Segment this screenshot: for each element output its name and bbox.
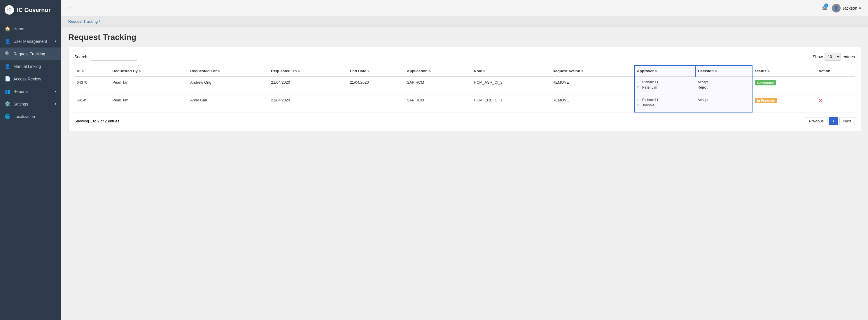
- col-header-action[interactable]: Action: [816, 66, 855, 76]
- nav-icon-manual-linking: 👤: [5, 64, 10, 69]
- mail-button[interactable]: ✉ 1: [822, 5, 827, 12]
- table-footer: Showing 1 to 2 of 2 entries Previous1Nex…: [74, 117, 855, 125]
- sort-icon-requested_by[interactable]: ⇅: [138, 70, 141, 73]
- sidebar-item-home[interactable]: 🏠 Home: [0, 23, 61, 35]
- sidebar-nav: 🏠 Home 👤 User Management ▾ 🔍 Request Tra…: [0, 20, 61, 320]
- approver-item: 2Peter Lim: [637, 86, 693, 90]
- col-label-role: Role: [474, 69, 482, 73]
- sidebar-item-settings[interactable]: ⚙️ Settings ▾: [0, 98, 61, 110]
- sort-icon-requested_for[interactable]: ⇅: [218, 70, 220, 73]
- sort-icon-requested_on[interactable]: ⇅: [298, 70, 300, 73]
- delete-icon[interactable]: ✕: [818, 98, 822, 103]
- col-header-requested_by[interactable]: Requested By⇅: [110, 66, 188, 76]
- search-input[interactable]: [91, 53, 137, 61]
- nav-arrow-user-management: ▾: [55, 39, 57, 43]
- cell-request_action: REMOVE: [550, 76, 634, 94]
- cell-role: HCM_ERC_CI_1: [472, 94, 550, 113]
- breadcrumb-request-tracking[interactable]: Request Tracking: [68, 19, 98, 24]
- table-row: 64145Pearl TanAndy Gan21/04/2020SAP HCMH…: [74, 94, 855, 113]
- hamburger-button[interactable]: ≡: [68, 5, 72, 11]
- sidebar-item-request-tracking[interactable]: 🔍 Request Tracking: [0, 47, 61, 60]
- mail-badge: 1: [824, 3, 828, 7]
- breadcrumb-separator: /: [99, 19, 100, 24]
- sort-icon-id[interactable]: ⇅: [82, 70, 84, 73]
- table-row: 64370Pearl TanAndrew Ong21/04/202021/04/…: [74, 76, 855, 94]
- nav-label-reports: Reports: [13, 89, 28, 94]
- nav-label-manual-linking: Manual Linking: [13, 64, 41, 69]
- search-box: Search:: [74, 53, 137, 61]
- col-header-role[interactable]: Role⇅: [472, 66, 550, 76]
- cell-action[interactable]: ✕: [816, 94, 855, 113]
- cell-request_action: REMOVE: [550, 94, 634, 113]
- cell-id: 64145: [74, 94, 110, 113]
- col-header-request_action[interactable]: Request Action⇅: [550, 66, 634, 76]
- col-label-request_action: Request Action: [552, 69, 580, 73]
- sort-icon-status[interactable]: ⇅: [767, 70, 770, 73]
- nav-arrow-reports: ▾: [55, 90, 57, 93]
- logo-icon: IC: [5, 5, 14, 14]
- showing-entries: Showing 1 to 2 of 2 entries: [74, 119, 119, 123]
- pagination-page-1[interactable]: 1: [829, 117, 838, 125]
- col-header-requested_for[interactable]: Requested For⇅: [188, 66, 269, 76]
- sort-icon-role[interactable]: ⇅: [483, 70, 485, 73]
- cell-requested_by: Pearl Tan: [110, 94, 188, 113]
- col-header-end_date[interactable]: End Date⇅: [347, 66, 405, 76]
- sidebar-item-localization[interactable]: 🌐 Localization: [0, 110, 61, 123]
- cell-application: SAP HCM: [405, 94, 471, 113]
- col-header-status[interactable]: Status⇅: [752, 66, 816, 76]
- decision-item: Accept: [698, 98, 750, 102]
- sidebar-item-reports[interactable]: 👥 Reports ▾: [0, 85, 61, 98]
- sidebar-item-manual-linking[interactable]: 👤 Manual Linking: [0, 60, 61, 72]
- approver-name: Johnnie: [642, 103, 654, 107]
- request-table: ID⇅Requested By⇅Requested For⇅Requested …: [74, 65, 855, 113]
- col-label-requested_for: Requested For: [190, 69, 217, 73]
- status-badge: In Progress: [755, 98, 777, 103]
- cell-approver: 1Richard Li2Johnnie: [634, 94, 695, 113]
- nav-label-request-tracking: Request Tracking: [13, 52, 45, 56]
- approver-item: 2Johnnie: [637, 103, 693, 107]
- sort-icon-application[interactable]: ⇅: [429, 70, 431, 73]
- approver-num: 1: [637, 80, 641, 84]
- cell-end_date: 21/04/2020: [347, 76, 405, 94]
- approver-num: 2: [637, 103, 641, 107]
- nav-arrow-settings: ▾: [55, 102, 57, 106]
- col-label-decision: Decision: [698, 69, 714, 73]
- col-header-requested_on[interactable]: Requested On⇅: [269, 66, 347, 76]
- sort-icon-decision[interactable]: ⇅: [715, 70, 717, 73]
- nav-label-settings: Settings: [13, 102, 28, 106]
- show-entries: Show 102550100 entries: [813, 53, 855, 61]
- cell-requested_on: 21/04/2020: [269, 76, 347, 94]
- pagination-next[interactable]: Next: [839, 117, 855, 125]
- header-row: ID⇅Requested By⇅Requested For⇅Requested …: [74, 66, 855, 76]
- sort-icon-request_action[interactable]: ⇅: [581, 70, 583, 73]
- entries-select[interactable]: 102550100: [825, 53, 841, 61]
- table-body: 64370Pearl TanAndrew Ong21/04/202021/04/…: [74, 76, 855, 112]
- sidebar-item-access-review[interactable]: 📄 Access Review: [0, 72, 61, 85]
- approver-num: 2: [637, 86, 641, 90]
- sidebar-item-user-management[interactable]: 👤 User Management ▾: [0, 35, 61, 47]
- cell-requested_by: Pearl Tan: [110, 76, 188, 94]
- user-avatar: 👤: [832, 4, 841, 12]
- cell-action: [816, 76, 855, 94]
- request-tracking-card: Search: Show 102550100 entries ID⇅Reques…: [68, 46, 861, 131]
- user-menu-arrow: ▾: [859, 6, 861, 10]
- cell-approver: 1Richard Li2Peter Lim: [634, 76, 695, 94]
- sort-icon-end_date[interactable]: ⇅: [367, 70, 370, 73]
- cell-requested_for: Andrew Ong: [188, 76, 269, 94]
- nav-icon-reports: 👥: [5, 89, 10, 94]
- col-header-application[interactable]: Application⇅: [405, 66, 471, 76]
- nav-label-user-management: User Management: [13, 39, 47, 44]
- sort-icon-approver[interactable]: ⇅: [655, 70, 657, 73]
- table-header: ID⇅Requested By⇅Requested For⇅Requested …: [74, 66, 855, 76]
- pagination-previous[interactable]: Previous: [805, 117, 828, 125]
- col-label-status: Status: [755, 69, 767, 73]
- col-header-id[interactable]: ID⇅: [74, 66, 110, 76]
- col-header-decision[interactable]: Decision⇅: [695, 66, 752, 76]
- cell-requested_for: Andy Gan: [188, 94, 269, 113]
- cell-requested_on: 21/04/2020: [269, 94, 347, 113]
- approver-name: Peter Lim: [642, 86, 657, 90]
- status-badge: Completed: [755, 80, 776, 86]
- col-header-approver[interactable]: Approver⇅: [634, 66, 695, 76]
- user-menu[interactable]: 👤 Jackson ▾: [832, 4, 861, 12]
- col-label-end_date: End Date: [350, 69, 366, 73]
